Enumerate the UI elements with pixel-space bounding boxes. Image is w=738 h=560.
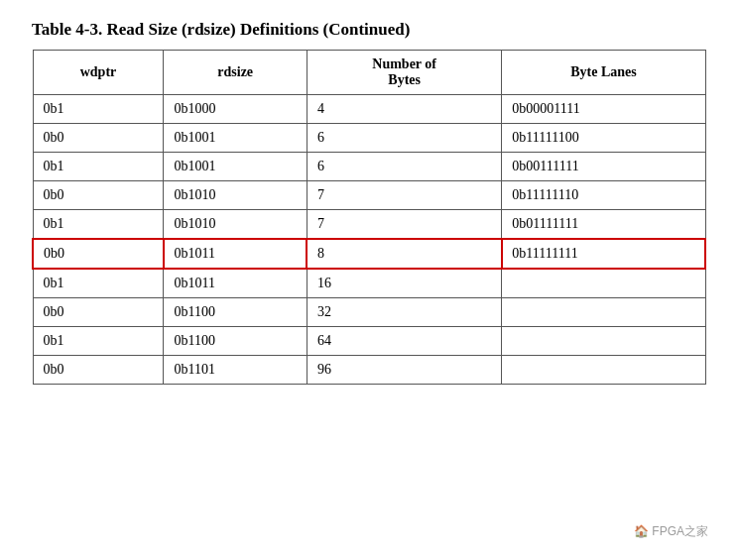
table-row: 0b10b100160b00111111 xyxy=(33,153,705,181)
cell-5-3: 0b11111111 xyxy=(502,239,705,269)
table-row: 0b00b100160b11111100 xyxy=(33,124,705,153)
table-row: 0b00b110196 xyxy=(33,356,705,385)
cell-5-1: 0b1011 xyxy=(164,239,307,269)
cell-1-2: 6 xyxy=(307,124,501,153)
table-row: 0b00b110032 xyxy=(33,298,705,327)
cell-9-3 xyxy=(502,356,705,385)
definitions-table: wdptr rdsize Number ofBytes Byte Lanes 0… xyxy=(32,50,706,385)
cell-0-3: 0b00001111 xyxy=(502,95,705,124)
table-row: 0b10b101116 xyxy=(33,269,705,298)
table-title: Table 4-3. Read Size (rdsize) Definition… xyxy=(32,20,706,40)
col-wdptr: wdptr xyxy=(33,51,164,95)
col-bytes: Number ofBytes xyxy=(307,51,501,95)
cell-9-0: 0b0 xyxy=(33,356,164,385)
cell-7-3 xyxy=(502,298,705,327)
cell-5-2: 8 xyxy=(307,239,501,269)
cell-9-2: 96 xyxy=(307,356,501,385)
cell-1-1: 0b1001 xyxy=(164,124,307,153)
cell-0-2: 4 xyxy=(307,95,501,124)
cell-3-0: 0b0 xyxy=(33,181,164,210)
cell-8-0: 0b1 xyxy=(33,327,164,356)
watermark: 🏠 FPGA之家 xyxy=(634,523,708,540)
cell-4-0: 0b1 xyxy=(33,210,164,240)
table-row: 0b10b110064 xyxy=(33,327,705,356)
cell-0-1: 0b1000 xyxy=(164,95,307,124)
cell-3-3: 0b11111110 xyxy=(502,181,705,210)
cell-2-3: 0b00111111 xyxy=(502,153,705,181)
cell-1-0: 0b0 xyxy=(33,124,164,153)
table-row: 0b00b101070b11111110 xyxy=(33,181,705,210)
cell-3-2: 7 xyxy=(307,181,501,210)
cell-0-0: 0b1 xyxy=(33,95,164,124)
table-row: 0b10b100040b00001111 xyxy=(33,95,705,124)
cell-3-1: 0b1010 xyxy=(164,181,307,210)
cell-9-1: 0b1101 xyxy=(164,356,307,385)
table-body: 0b10b100040b000011110b00b100160b11111100… xyxy=(33,95,705,385)
cell-5-0: 0b0 xyxy=(33,239,164,269)
col-rdsize: rdsize xyxy=(164,51,307,95)
cell-6-2: 16 xyxy=(307,269,501,298)
table-row: 0b10b101070b01111111 xyxy=(33,210,705,240)
cell-6-3 xyxy=(502,269,705,298)
table-header: wdptr rdsize Number ofBytes Byte Lanes xyxy=(33,51,705,95)
table-row: 0b00b101180b11111111 xyxy=(33,239,705,269)
cell-1-3: 0b11111100 xyxy=(502,124,705,153)
cell-7-1: 0b1100 xyxy=(164,298,307,327)
cell-4-1: 0b1010 xyxy=(164,210,307,240)
cell-6-1: 0b1011 xyxy=(164,269,307,298)
cell-2-2: 6 xyxy=(307,153,501,181)
cell-4-3: 0b01111111 xyxy=(502,210,705,240)
page-container: Table 4-3. Read Size (rdsize) Definition… xyxy=(32,20,706,385)
cell-2-1: 0b1001 xyxy=(164,153,307,181)
cell-7-2: 32 xyxy=(307,298,501,327)
cell-8-2: 64 xyxy=(307,327,501,356)
header-row: wdptr rdsize Number ofBytes Byte Lanes xyxy=(33,51,705,95)
col-byte-lanes: Byte Lanes xyxy=(502,51,705,95)
cell-8-1: 0b1100 xyxy=(164,327,307,356)
cell-4-2: 7 xyxy=(307,210,501,240)
cell-6-0: 0b1 xyxy=(33,269,164,298)
cell-8-3 xyxy=(502,327,705,356)
cell-7-0: 0b0 xyxy=(33,298,164,327)
cell-2-0: 0b1 xyxy=(33,153,164,181)
